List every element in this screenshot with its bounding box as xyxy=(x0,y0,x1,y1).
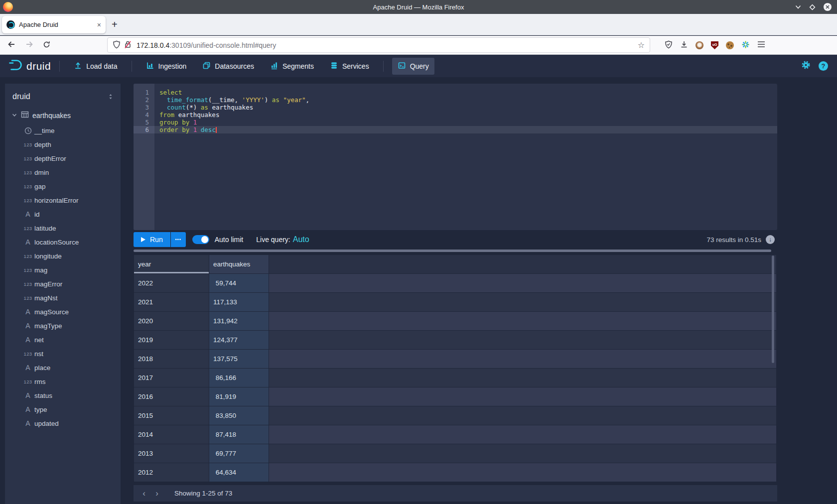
extension-cookie-icon[interactable] xyxy=(726,41,734,49)
code-line-5[interactable]: 5group by 1 xyxy=(134,119,777,126)
window-shade-button[interactable] xyxy=(795,4,802,9)
next-page-button[interactable]: › xyxy=(150,489,163,499)
time-type-icon xyxy=(21,127,34,134)
shield-check-icon[interactable] xyxy=(665,40,673,51)
ingestion-icon xyxy=(146,61,154,71)
horizontal-scrollbar[interactable] xyxy=(134,250,771,252)
column-__time[interactable]: __time xyxy=(5,124,121,137)
line-number: 2 xyxy=(134,96,154,104)
results-area: yearearthquakes 202259,7442021117,133202… xyxy=(134,254,777,482)
help-icon[interactable]: ? xyxy=(819,61,828,71)
url-bar[interactable]: 172.18.0.4:30109/unified-console.html#qu… xyxy=(107,37,650,53)
auto-limit-toggle[interactable] xyxy=(192,235,209,244)
code-line-2[interactable]: 2 time_format(__time, 'YYYY') as "year", xyxy=(134,96,777,104)
cell-year: 2015 xyxy=(134,406,209,425)
column-horizontalError[interactable]: 123horizontalError xyxy=(5,193,121,207)
nav-item-segments[interactable]: Segments xyxy=(265,58,319,75)
tracking-protection-shield-icon[interactable] xyxy=(113,40,121,50)
bookmark-star-icon[interactable]: ☆ xyxy=(638,40,645,50)
cell-earthquakes: 83,850 xyxy=(209,406,269,425)
column-magError[interactable]: 123magError xyxy=(5,277,121,291)
nav-item-load-data[interactable]: Load data xyxy=(68,58,123,75)
cell-earthquakes: 117,133 xyxy=(209,293,269,311)
download-results-icon[interactable]: ↓ xyxy=(766,235,775,244)
column-magNst[interactable]: 123magNst xyxy=(5,291,121,305)
column-longitude[interactable]: 123longitude xyxy=(5,249,121,263)
run-button[interactable]: Run xyxy=(134,232,170,247)
column-mag[interactable]: 123mag xyxy=(5,263,121,277)
extension-pinwheel-icon[interactable] xyxy=(741,40,750,51)
nav-item-query[interactable]: Query xyxy=(392,58,434,75)
cell-earthquakes: 86,166 xyxy=(209,369,269,387)
column-dmin[interactable]: 123dmin xyxy=(5,165,121,179)
vertical-scrollbar[interactable] xyxy=(772,255,774,363)
extension-ublock-icon[interactable]: uO xyxy=(711,41,718,49)
prev-page-button[interactable]: ‹ xyxy=(138,489,150,499)
table-row: 2018137,575 xyxy=(134,350,776,368)
cell-earthquakes: 81,919 xyxy=(209,387,269,406)
column-status[interactable]: Astatus xyxy=(5,388,121,402)
column-header-earthquakes[interactable]: earthquakes xyxy=(209,255,269,273)
code-line-4[interactable]: 4from earthquakes xyxy=(134,111,777,119)
column-gap[interactable]: 123gap xyxy=(5,179,121,193)
tab-close-button[interactable]: × xyxy=(94,21,101,29)
column-place[interactable]: Aplace xyxy=(5,361,121,375)
column-updated[interactable]: Aupdated xyxy=(5,416,121,430)
run-more-button[interactable]: ••• xyxy=(171,232,186,247)
column-depthError[interactable]: 123depthError xyxy=(5,151,121,165)
column-latitude[interactable]: 123latitude xyxy=(5,221,121,235)
code-line-6[interactable]: 6order by 1 desc xyxy=(134,126,777,133)
cell-earthquakes: 69,777 xyxy=(209,444,269,463)
window-maximize-button[interactable] xyxy=(809,4,816,10)
live-query-value[interactable]: Auto xyxy=(293,235,309,244)
column-type[interactable]: Atype xyxy=(5,402,121,416)
number-type-icon: 123 xyxy=(21,142,34,147)
druid-logo-text: druid xyxy=(26,60,51,72)
downloads-icon[interactable] xyxy=(680,40,688,50)
cell-earthquakes: 137,575 xyxy=(209,350,269,368)
settings-gear-icon[interactable] xyxy=(801,60,811,72)
auto-limit-label: Auto limit xyxy=(215,236,244,244)
tree-item-earthquakes[interactable]: earthquakes xyxy=(5,107,121,124)
druid-logo[interactable]: druid xyxy=(8,58,51,74)
nav-separator xyxy=(383,61,384,72)
column-depth[interactable]: 123depth xyxy=(5,137,121,151)
table-name: earthquakes xyxy=(32,112,71,120)
sort-columns-icon[interactable] xyxy=(108,93,114,100)
hamburger-menu-icon[interactable] xyxy=(757,41,765,50)
nav-item-datasources[interactable]: Datasources xyxy=(197,58,260,75)
back-button[interactable] xyxy=(7,40,16,50)
refresh-button[interactable] xyxy=(43,41,50,50)
forward-button[interactable] xyxy=(25,40,34,50)
results-summary: 73 results in 0.51s xyxy=(706,236,761,244)
string-type-icon: A xyxy=(21,419,34,427)
window-title: Apache Druid — Mozilla Firefox xyxy=(373,3,464,11)
query-icon xyxy=(398,61,406,71)
insecure-padlock-icon[interactable] xyxy=(124,40,132,50)
new-tab-button[interactable]: + xyxy=(112,18,118,31)
browser-toolbar: 172.18.0.4:30109/unified-console.html#qu… xyxy=(0,36,837,55)
code-line-3[interactable]: 3 count(*) as earthquakes xyxy=(134,104,777,111)
extension-badger-icon[interactable] xyxy=(696,41,703,49)
play-icon xyxy=(141,237,145,242)
cell-filler xyxy=(269,425,776,444)
druid-favicon-icon xyxy=(6,20,15,29)
column-header-year[interactable]: year xyxy=(134,255,209,273)
window-close-button[interactable] xyxy=(823,2,832,11)
line-number: 1 xyxy=(134,89,154,96)
nav-item-services[interactable]: Services xyxy=(324,58,375,75)
column-net[interactable]: Anet xyxy=(5,333,121,347)
column-rms[interactable]: 123rms xyxy=(5,375,121,388)
code-line-1[interactable]: 1select xyxy=(134,89,777,96)
column-id[interactable]: Aid xyxy=(5,207,121,221)
browser-tab[interactable]: Apache Druid × xyxy=(2,16,106,33)
column-locationSource[interactable]: AlocationSource xyxy=(5,235,121,249)
column-nst[interactable]: 123nst xyxy=(5,347,121,361)
column-magSource[interactable]: AmagSource xyxy=(5,305,121,319)
nav-item-ingestion[interactable]: Ingestion xyxy=(140,58,192,75)
column-magType[interactable]: AmagType xyxy=(5,319,121,333)
cell-earthquakes: 64,634 xyxy=(209,463,269,482)
pagination-bar: ‹ › Showing 1-25 of 73 xyxy=(134,485,777,502)
table-icon xyxy=(21,111,29,120)
sql-editor[interactable]: 1select2 time_format(__time, 'YYYY') as … xyxy=(134,84,777,230)
